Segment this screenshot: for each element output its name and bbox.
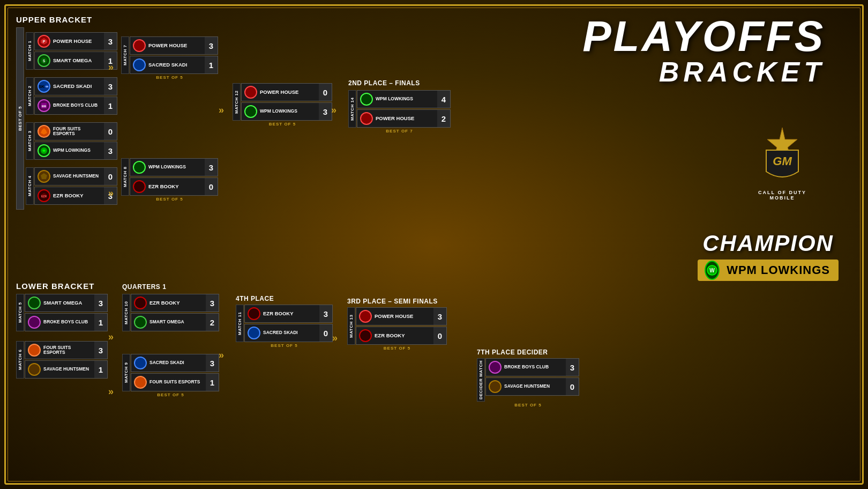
match14-team1-icon: [359, 92, 374, 107]
match7-team2-score: 1: [205, 56, 218, 73]
match4-block: MATCH 4 SAVAGE HUNTSMEN 0: [26, 167, 117, 205]
match7-team1-name: POWER HOUSE: [148, 43, 205, 48]
match9-team2-icon: [133, 375, 148, 390]
champion-icon: W: [705, 263, 720, 278]
match10-team1-name: EZR Booky: [149, 300, 206, 306]
match2-team2-icon: BB: [36, 98, 51, 113]
match9-team2-name: Four Suits Esports: [149, 380, 206, 384]
match9-team1-score: 3: [206, 354, 219, 372]
arrow-1-7: »: [108, 62, 114, 73]
match13-teams: POWER HOUSE 3 EZR Booky 0: [356, 307, 447, 345]
decider-team1-name: BROKE BOYS CLUB: [504, 365, 566, 369]
upper-matches-1-4: MATCH 1 P POWER HOUSE 3: [26, 32, 117, 205]
match6-team1: Four Suits Esports 3: [25, 341, 108, 359]
match13: MATCH 13 POWER HOUSE 3 EZR Booky 0: [347, 307, 447, 345]
match1: MATCH 1 P POWER HOUSE 3: [26, 32, 117, 70]
match3-team1-score: 0: [104, 123, 117, 140]
match3-team2-icon: [36, 143, 51, 158]
match7-teams: POWER HOUSE 3 SACRED SKADI 1: [130, 36, 218, 74]
match6-team2-icon: [27, 362, 42, 377]
match13-team1-score: 3: [433, 308, 446, 325]
match3-team1-icon: [36, 124, 51, 139]
match1-block: MATCH 1 P POWER HOUSE 3: [26, 32, 117, 70]
arrow-6-9: »: [108, 386, 114, 397]
match11-team1-score: 3: [319, 305, 332, 322]
match8-team1-score: 3: [205, 159, 218, 176]
match14-area: MATCH 14 WPM LOWKINGS 4 POWER HOUSE 2: [348, 90, 451, 134]
lower-bracket-area: LOWER BRACKET MATCH 5 SMART OMEGA: [16, 281, 108, 379]
match14-team2-icon: [359, 111, 374, 126]
match5-team1: SMART OMEGA 3: [25, 294, 108, 312]
match12-team2-name: WPM LOWKINGS: [260, 109, 319, 114]
match12-label: MATCH 12: [233, 83, 241, 121]
second-place-label: 2ND PLACE – FINALS: [348, 79, 420, 87]
match5-team2-name: BROKE BOYS CLUB: [43, 320, 94, 324]
match9-team2-score: 1: [206, 374, 219, 391]
match13-team2-score: 0: [433, 327, 446, 344]
third-place-area: 3RD PLACE – SEMI FINALS MATCH 13 POWER H…: [347, 298, 447, 351]
decider-teams: BROKE BOYS CLUB 3 SAVAGE HUNTSMEN 0: [485, 358, 579, 402]
match5-team2: BROKE BOYS CLUB 1: [25, 313, 108, 331]
match14-team1-name: WPM LOWKINGS: [376, 97, 437, 101]
match2-team1-icon: SKSS: [36, 79, 51, 94]
match13-team1-name: POWER HOUSE: [375, 314, 433, 319]
match2-team1-name: SACRED SKADI: [53, 84, 104, 89]
match12-bo: BEST OF 5: [233, 122, 332, 127]
match8-team2: EZR Booky 0: [130, 177, 218, 196]
match4-team2-name: EZR Booky: [53, 193, 104, 198]
match10-team2-name: SMART OMEGA: [149, 320, 206, 324]
match6-block: MATCH 6 Four Suits Esports 3: [16, 341, 108, 379]
match13-team2-name: EZR Booky: [375, 333, 433, 338]
title-bracket: BRACKET: [582, 58, 825, 86]
match14-team1-score: 4: [437, 91, 450, 108]
match7-area: MATCH 7 POWER HOUSE 3 SACRED SKADI 1: [121, 36, 218, 80]
match3-team1: Four Suits Esports 0: [34, 122, 117, 140]
match2-block: MATCH 2 SKSS SACRED SKADI 3: [26, 77, 117, 115]
match9-label: MATCH 9: [122, 354, 130, 391]
match1-team1: P POWER HOUSE 3: [34, 32, 117, 50]
match13-label: MATCH 13: [347, 307, 355, 345]
match4-team1-name: SAVAGE HUNTSMEN: [53, 174, 104, 179]
match6-team2-name: SAVAGE HUNTSMEN: [43, 367, 94, 372]
match8-team2-score: 0: [205, 178, 218, 195]
match2-team1: SKSS SACRED SKADI 3: [34, 77, 117, 95]
match5-team1-icon: [27, 295, 42, 310]
decider-team2-icon: [488, 379, 503, 394]
match3-teams: Four Suits Esports 0 WPM LOWKINGS 3: [34, 122, 117, 160]
match11-team2-score: 0: [319, 324, 332, 342]
third-place-label: 3RD PLACE – SEMI FINALS: [347, 298, 447, 305]
match4-team1: SAVAGE HUNTSMEN 0: [34, 167, 117, 186]
match8-label: MATCH 8: [121, 158, 129, 196]
match12-team2-icon: [243, 104, 258, 119]
match4: MATCH 4 SAVAGE HUNTSMEN 0: [26, 167, 117, 205]
arrow-12-14: »: [331, 105, 336, 116]
match11-team2: SACRED SKADI 0: [244, 324, 333, 342]
match12-team1-score: 0: [319, 84, 332, 101]
cod-logo: GM CALL OF DUTY MOBILE: [750, 123, 814, 201]
match11-teams: EZR Booky 3 SACRED SKADI 0: [244, 305, 333, 342]
match3-team2-name: WPM LOWKINGS: [53, 148, 104, 153]
match4-team2: EZR EZR Booky 3: [34, 187, 117, 205]
svg-text:SS: SS: [46, 86, 49, 88]
lower-matches-5-6: MATCH 5 SMART OMEGA 3: [16, 294, 108, 379]
match8-bo: BEST OF 5: [121, 197, 218, 202]
decider-team2-score: 0: [566, 378, 579, 395]
match14-team2: POWER HOUSE 2: [357, 109, 451, 128]
second-place-header: 2ND PLACE – FINALS: [348, 79, 420, 89]
match3-block: MATCH 3 Four Suits Esports 0: [26, 122, 117, 160]
decider-team1: BROKE BOYS CLUB 3: [485, 358, 579, 376]
match1-team1-icon: P: [36, 34, 51, 49]
match11-team1-name: EZR Booky: [263, 311, 319, 316]
fourth-place-area: 4TH PLACE MATCH 11 EZR Booky 3 SACRED SK…: [236, 295, 333, 348]
match14-label: MATCH 14: [348, 90, 356, 128]
match10-team1: EZR Booky 3: [131, 294, 219, 312]
champion-team-name: WPM LOWKINGS: [727, 263, 830, 277]
upper-bo5-label: BEST OF 5: [16, 27, 24, 210]
decider-match: DECIDER MATCH BROKE BOYS CLUB 3 SAVAGE H…: [477, 358, 579, 402]
decider-team1-icon: [488, 360, 503, 375]
match11-team2-name: SACRED SKADI: [263, 330, 319, 335]
match5: MATCH 5 SMART OMEGA 3: [16, 294, 108, 331]
match8: MATCH 8 WPM LOWKINGS 3 EZR Booky 0: [121, 158, 218, 196]
match13-team2: EZR Booky 0: [356, 327, 447, 345]
match9: MATCH 9 SACRED SKADI 3 Four Suits Esport…: [122, 354, 219, 391]
